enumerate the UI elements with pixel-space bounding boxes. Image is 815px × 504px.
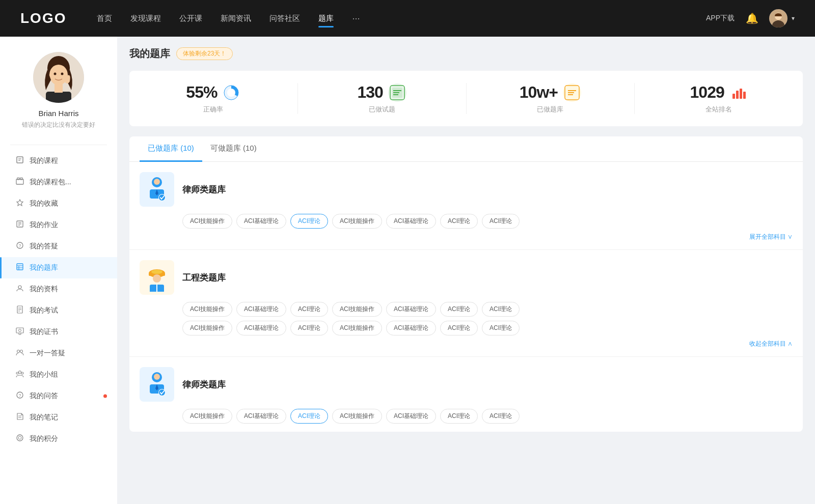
- sidebar-label: 我的考试: [30, 306, 58, 315]
- notification-bell[interactable]: 🔔: [745, 11, 759, 25]
- tab-done-banks[interactable]: 已做题库 (10): [140, 136, 202, 162]
- tag[interactable]: ACI基础理论: [386, 302, 436, 317]
- sidebar-item-certificates[interactable]: 我的证书: [0, 321, 117, 343]
- nav-discover[interactable]: 发现课程: [130, 12, 161, 25]
- nav-qa[interactable]: 问答社区: [269, 12, 300, 25]
- user-avatar-menu[interactable]: ▾: [769, 9, 795, 27]
- qbank-tags: ACI技能操作 ACI基础理论 ACI理论 ACI技能操作 ACI基础理论 AC…: [182, 409, 793, 424]
- tag[interactable]: ACI基础理论: [386, 214, 436, 229]
- nav-questionbank[interactable]: 题库: [318, 12, 334, 25]
- tabs-row: 已做题库 (10) 可做题库 (10): [129, 136, 803, 162]
- question-bank-container: 律师类题库 ACI技能操作 ACI基础理论 ACI理论 ACI技能操作 ACI基…: [129, 162, 803, 432]
- sidebar-label: 我的课程: [30, 156, 58, 165]
- sidebar-item-favorites[interactable]: 我的收藏: [0, 193, 117, 214]
- sidebar-item-notes[interactable]: 我的笔记: [0, 407, 117, 428]
- sidebar-item-profile[interactable]: 我的资料: [0, 278, 117, 300]
- qbank-tags: ACI技能操作 ACI基础理论 ACI理论 ACI技能操作 ACI基础理论 AC…: [182, 214, 793, 229]
- tag[interactable]: ACI基础理论: [386, 409, 436, 424]
- sidebar-item-my-courses[interactable]: 我的课程: [0, 150, 117, 172]
- qbank-header: 工程类题库: [140, 260, 793, 295]
- tag[interactable]: ACI理论: [440, 409, 478, 424]
- qbank-section-engineer: 工程类题库 ACI技能操作 ACI基础理论 ACI理论 ACI技能操作 ACI基…: [129, 250, 803, 357]
- stat-label: 正确率: [203, 105, 223, 114]
- tag[interactable]: ACI理论: [482, 409, 520, 424]
- svg-point-33: [19, 329, 21, 332]
- qbank-icon-engineer: [140, 260, 174, 295]
- sidebar-item-my-qa[interactable]: ? 我的问答: [0, 385, 117, 407]
- stat-value: 130: [357, 83, 383, 102]
- tag[interactable]: ACI基础理论: [386, 321, 436, 335]
- tag[interactable]: ACI技能操作: [182, 321, 232, 335]
- svg-point-39: [19, 371, 21, 374]
- tab-available-banks[interactable]: 可做题库 (10): [202, 136, 265, 162]
- sidebar-item-course-packages[interactable]: 我的课程包...: [0, 172, 117, 193]
- tag[interactable]: ACI技能操作: [332, 214, 382, 229]
- tag[interactable]: ACI技能操作: [332, 409, 382, 424]
- sidebar-label: 我的小组: [30, 370, 58, 379]
- chevron-down-icon: ▾: [792, 15, 795, 22]
- nav-home[interactable]: 首页: [97, 12, 112, 25]
- sidebar: Brian Harris 错误的决定比没有决定要好 我的课程 我的课程包...: [0, 37, 117, 504]
- svg-point-5: [49, 65, 68, 85]
- svg-rect-6: [46, 92, 71, 103]
- qbank-name: 工程类题库: [182, 272, 226, 284]
- svg-point-9: [61, 73, 64, 75]
- collapse-link[interactable]: 收起全部科目 ∧: [182, 340, 793, 348]
- svg-point-82: [159, 389, 165, 396]
- bar-chart-icon: [729, 83, 748, 102]
- sidebar-item-groups[interactable]: 我的小组: [0, 364, 117, 385]
- svg-rect-7: [55, 83, 63, 93]
- sidebar-label: 我的资料: [30, 285, 58, 294]
- tag[interactable]: ACI基础理论: [236, 302, 286, 317]
- page-title: 我的题库: [129, 47, 170, 61]
- tag[interactable]: ACI技能操作: [332, 321, 382, 335]
- nav-opencourse[interactable]: 公开课: [179, 12, 202, 25]
- stat-label: 全站排名: [705, 105, 732, 114]
- sidebar-item-homework[interactable]: 我的作业: [0, 214, 117, 236]
- sidebar-label: 我的题库: [30, 263, 58, 272]
- stat-top: 55%: [186, 83, 240, 102]
- tag[interactable]: ACI技能操作: [332, 302, 382, 317]
- tag[interactable]: ACI理论: [482, 302, 520, 317]
- qbank-name: 律师类题库: [182, 184, 226, 195]
- sidebar-item-exams[interactable]: 我的考试: [0, 300, 117, 321]
- package-icon: [15, 177, 24, 187]
- tag-active[interactable]: ACI理论: [290, 214, 328, 229]
- svg-point-70: [159, 194, 165, 201]
- sidebar-item-question-bank[interactable]: 我的题库: [0, 257, 117, 278]
- sidebar-item-points[interactable]: 我的积分: [0, 428, 117, 450]
- sidebar-item-questions[interactable]: ? 我的答疑: [0, 236, 117, 257]
- qbank-tags-row2: ACI技能操作 ACI基础理论 ACI理论 ACI技能操作 ACI基础理论 AC…: [182, 321, 793, 335]
- sidebar-item-one-on-one[interactable]: 一对一答疑: [0, 343, 117, 364]
- tag[interactable]: ACI基础理论: [236, 409, 286, 424]
- profile-name: Brian Harris: [38, 109, 78, 118]
- my-question-icon: ?: [15, 391, 24, 401]
- app-download-button[interactable]: APP下载: [706, 14, 735, 23]
- stat-value: 1029: [690, 83, 724, 102]
- tag[interactable]: ACI理论: [440, 321, 478, 335]
- tag[interactable]: ACI技能操作: [182, 302, 232, 317]
- tag[interactable]: ACI理论: [440, 214, 478, 229]
- nav-news[interactable]: 新闻资讯: [221, 12, 251, 25]
- sidebar-label: 我的收藏: [30, 199, 58, 208]
- tag[interactable]: ACI基础理论: [236, 321, 286, 335]
- tag-active[interactable]: ACI理论: [290, 409, 328, 424]
- tag[interactable]: ACI技能操作: [182, 409, 232, 424]
- tag[interactable]: ACI技能操作: [182, 214, 232, 229]
- tag[interactable]: ACI理论: [482, 321, 520, 335]
- svg-rect-73: [151, 270, 162, 274]
- avatar: [769, 9, 787, 27]
- sidebar-profile: Brian Harris 错误的决定比没有决定要好: [0, 37, 117, 139]
- tag[interactable]: ACI理论: [290, 321, 328, 335]
- expand-link[interactable]: 展开全部科目 ∨: [182, 233, 793, 241]
- sidebar-label: 我的证书: [30, 327, 58, 337]
- profile-motto: 错误的决定比没有决定要好: [22, 121, 95, 129]
- tag[interactable]: ACI理论: [482, 214, 520, 229]
- stat-label: 已做试题: [369, 105, 395, 114]
- tag[interactable]: ACI理论: [440, 302, 478, 317]
- tag[interactable]: ACI理论: [290, 302, 328, 317]
- qbank-section-lawyer2: 律师类题库 ACI技能操作 ACI基础理论 ACI理论 ACI技能操作 ACI基…: [129, 357, 803, 432]
- nav-more[interactable]: ···: [352, 11, 360, 26]
- svg-text:?: ?: [18, 243, 21, 248]
- tag[interactable]: ACI基础理论: [236, 214, 286, 229]
